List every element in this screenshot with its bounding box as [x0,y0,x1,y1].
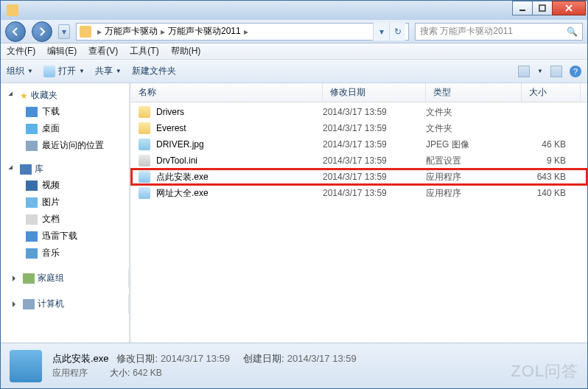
file-row[interactable]: Drivers2014/3/17 13:59文件夹 [131,104,587,120]
file-date: 2014/3/17 13:59 [323,123,426,133]
sidebar-item-desktop[interactable]: 桌面 [1,120,129,137]
sidebar-item-recent[interactable]: 最近访问的位置 [1,137,129,154]
file-name: Everest [156,123,186,133]
file-row[interactable]: Everest2014/3/17 13:59文件夹 [131,120,587,136]
file-icon [139,187,150,199]
download-icon [26,107,38,117]
star-icon: ★ [20,91,28,101]
explorer-window: ▾ ▸ 万能声卡驱动 ▸ 万能声卡驱动2011 ▸ ▾ ↻ 搜索 万能声卡驱动2… [0,0,588,389]
watermark: ZOL问答 [511,360,578,382]
menu-help[interactable]: 帮助(H) [171,45,201,57]
sidebar-homegroup[interactable]: 家庭组 [1,269,129,287]
share-button[interactable]: 共享▼ [95,65,122,77]
col-type[interactable]: 类型 [426,83,522,102]
view-mode-button[interactable] [518,66,530,77]
sidebar-libraries[interactable]: 库 [1,161,129,177]
sidebar-item-documents[interactable]: 文档 [1,211,129,228]
mod-date-label: 修改日期: [116,353,158,364]
file-row[interactable]: DrvTool.ini2014/3/17 13:59配置设置9 KB [131,153,587,169]
organize-button[interactable]: 组织▼ [7,65,33,77]
maximize-button[interactable] [532,1,553,15]
new-folder-button[interactable]: 新建文件夹 [132,65,176,77]
sidebar-item-xunlei[interactable]: 迅雷下载 [1,228,129,245]
file-type: JPEG 图像 [426,139,522,151]
sidebar-item-videos[interactable]: 视频 [1,177,129,194]
music-icon [26,248,38,259]
folder-icon [7,4,18,16]
file-row[interactable]: DRIVER.jpg2014/3/17 13:59JPEG 图像46 KB [131,136,587,153]
window-controls [513,1,586,15]
file-size: 140 KB [522,188,573,198]
xunlei-icon [26,231,38,242]
file-size: 643 KB [522,172,573,182]
create-date-value: 2014/3/17 13:59 [287,353,357,364]
view-dropdown[interactable]: ▼ [537,68,543,74]
menu-edit[interactable]: 编辑(E) [47,45,77,57]
file-type: 应用程序 [426,171,522,183]
back-button[interactable] [5,21,26,42]
breadcrumb-segment[interactable]: 万能声卡驱动2011 [168,25,241,38]
folder-icon [80,26,91,38]
file-row[interactable]: 点此安装.exe2014/3/17 13:59应用程序643 KB [131,169,587,185]
svg-rect-1 [539,5,545,11]
chevron-right-icon: ▸ [244,27,248,37]
menu-tools[interactable]: 工具(T) [130,45,158,57]
history-dropdown[interactable]: ▾ [58,24,70,39]
help-button[interactable]: ? [570,66,581,77]
file-size: 9 KB [522,155,573,166]
video-icon [26,181,38,191]
sidebar-computer[interactable]: 计算机 [1,295,129,313]
mod-date-value: 2014/3/17 13:59 [161,353,230,364]
file-date: 2014/3/17 13:59 [323,155,426,166]
refresh-button[interactable]: ↻ [389,23,405,41]
sidebar-item-pictures[interactable]: 图片 [1,194,129,211]
close-button[interactable] [552,1,586,15]
sidebar-favorites[interactable]: ★收藏夹 [1,88,129,103]
computer-icon [23,299,35,309]
forward-button[interactable] [32,21,52,42]
create-date-label: 创建日期: [243,353,284,364]
open-button[interactable]: 打开▼ [43,65,85,77]
file-list: Drivers2014/3/17 13:59文件夹Everest2014/3/1… [131,102,587,203]
desktop-icon [26,124,38,134]
col-size[interactable]: 大小 [522,83,581,102]
file-date: 2014/3/17 13:59 [323,172,426,182]
document-icon [26,214,38,225]
chevron-right-icon: ▸ [161,27,165,37]
sidebar-item-music[interactable]: 音乐 [1,245,129,262]
search-input[interactable]: 搜索 万能声卡驱动2011 🔍 [415,23,583,41]
preview-pane-button[interactable] [550,66,562,77]
breadcrumb[interactable]: ▸ 万能声卡驱动 ▸ 万能声卡驱动2011 ▸ ▾ ↻ [76,23,409,41]
col-name[interactable]: 名称 [131,83,323,102]
recent-icon [26,141,38,151]
size-value: 642 KB [133,368,161,378]
file-icon [139,106,150,118]
minimize-button[interactable] [512,1,533,15]
selected-filetype: 应用程序 [52,368,88,378]
file-name: Drivers [156,107,184,117]
selected-filename: 点此安装.exe [52,353,109,364]
file-icon [139,139,150,150]
file-row[interactable]: 网址大全.exe2014/3/17 13:59应用程序140 KB [131,185,587,201]
picture-icon [26,197,38,208]
file-type: 应用程序 [426,187,522,200]
file-name: DrvTool.ini [156,155,197,166]
menu-file[interactable]: 文件(F) [7,45,35,57]
homegroup-icon [23,273,35,284]
col-date[interactable]: 修改日期 [323,83,426,102]
file-size: 46 KB [522,139,573,150]
file-icon [139,155,150,167]
file-icon [139,171,150,183]
menu-view[interactable]: 查看(V) [88,45,118,57]
address-bar: ▾ ▸ 万能声卡驱动 ▸ 万能声卡驱动2011 ▸ ▾ ↻ 搜索 万能声卡驱动2… [1,20,587,43]
sidebar-item-downloads[interactable]: 下载 [1,103,129,120]
file-name: 网址大全.exe [156,187,209,200]
file-type-icon [10,350,42,382]
file-date: 2014/3/17 13:59 [323,107,426,117]
breadcrumb-segment[interactable]: 万能声卡驱动 [105,25,158,38]
file-type: 文件夹 [426,122,522,135]
menu-bar: 文件(F) 编辑(E) 查看(V) 工具(T) 帮助(H) [1,43,587,60]
navigation-pane: ★收藏夹 下载 桌面 最近访问的位置 库 视频 图片 文档 迅雷下载 音乐 家庭… [1,83,130,343]
toolbar: 组织▼ 打开▼ 共享▼ 新建文件夹 ▼ ? [1,60,587,83]
dropdown-icon[interactable]: ▾ [373,23,389,41]
